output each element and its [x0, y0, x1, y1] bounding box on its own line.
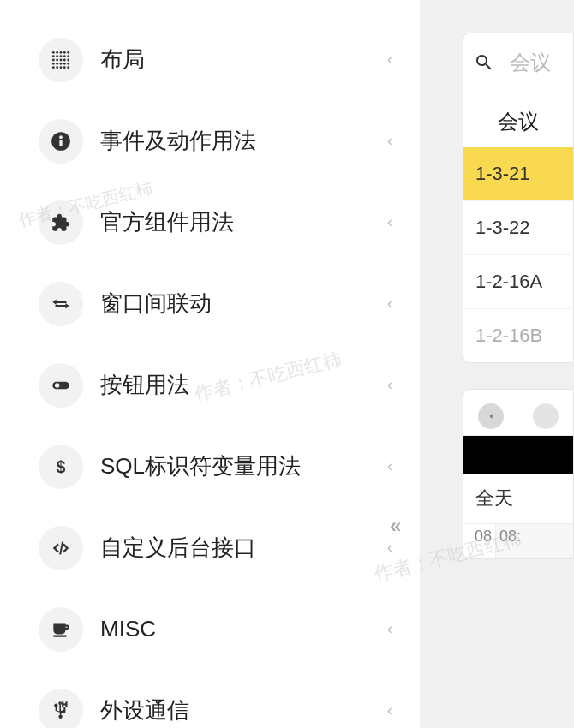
nav-item-events[interactable]: 事件及动作用法 ‹	[0, 100, 420, 182]
svg-point-19	[67, 62, 69, 64]
nav-label: 事件及动作用法	[100, 126, 387, 156]
nav-item-sql[interactable]: $ SQL标识符变量用法 ‹	[0, 426, 420, 507]
nav-item-layout[interactable]: 布局 ‹	[0, 19, 420, 100]
svg-point-21	[56, 66, 58, 69]
svg-point-9	[67, 55, 69, 57]
nav-arrows	[463, 390, 573, 436]
prev-button[interactable]	[478, 403, 504, 429]
svg-point-6	[56, 55, 58, 57]
svg-point-29	[55, 383, 59, 387]
rooms-header: 会议	[463, 92, 573, 147]
chevron-left-icon: ‹	[387, 213, 392, 231]
right-panel: 会议 会议 1-3-21 1-3-22 1-2-16A 1-2-16B 全天 0…	[463, 0, 574, 728]
rooms-card: 会议 会议 1-3-21 1-3-22 1-2-16A 1-2-16B	[463, 33, 574, 363]
svg-point-20	[52, 66, 55, 69]
time-row: 08 08:	[463, 524, 573, 558]
nav-label: 自定义后台接口	[100, 533, 387, 563]
puzzle-icon	[39, 200, 83, 245]
chevron-left-icon: ‹	[387, 376, 392, 394]
chevron-left-icon: ‹	[387, 701, 392, 719]
hour-label: 08:	[496, 524, 573, 558]
nav-label: SQL标识符变量用法	[100, 451, 387, 481]
nav-item-custom-api[interactable]: 自定义后台接口 ‹	[0, 507, 420, 588]
svg-rect-27	[59, 140, 62, 146]
room-item[interactable]: 1-2-16A	[463, 255, 573, 309]
svg-point-0	[52, 51, 55, 53]
chevron-left-icon: ‹	[387, 539, 392, 557]
chevron-left-icon: ‹	[387, 457, 392, 475]
code-icon	[39, 526, 83, 570]
svg-point-23	[63, 66, 66, 69]
svg-point-26	[59, 135, 63, 139]
svg-point-22	[60, 66, 63, 69]
svg-point-12	[60, 58, 63, 61]
svg-point-11	[56, 58, 58, 61]
svg-point-8	[63, 55, 66, 57]
room-item[interactable]: 1-3-22	[463, 201, 573, 255]
dollar-icon: $	[39, 445, 83, 489]
svg-point-14	[67, 58, 69, 61]
swap-icon	[39, 282, 83, 326]
svg-point-5	[52, 55, 55, 57]
timeline-card: 全天 08 08:	[463, 389, 574, 559]
chevron-left-icon: ‹	[387, 132, 392, 150]
chevron-left-icon: ‹	[387, 295, 392, 313]
nav-label: 官方组件用法	[100, 207, 387, 237]
chevron-left-icon: ‹	[387, 51, 392, 69]
header-bar	[463, 436, 573, 474]
coffee-icon	[39, 607, 83, 652]
nav-label: 外设通信	[100, 695, 387, 725]
room-item[interactable]: 1-2-16B	[463, 309, 573, 362]
chevron-left-icon: ‹	[387, 620, 392, 638]
svg-point-4	[67, 51, 69, 53]
allday-row[interactable]: 全天	[463, 474, 573, 524]
hour-label: 08	[463, 524, 496, 558]
svg-point-13	[63, 58, 66, 61]
info-icon	[39, 119, 83, 164]
sidebar: 布局 ‹ 事件及动作用法 ‹ 官方组件用法 ‹ 窗口间联动 ‹ 按钮用法 ‹ $	[0, 0, 420, 728]
nav-item-peripheral[interactable]: 外设通信 ‹	[0, 670, 420, 728]
svg-point-16	[56, 62, 58, 64]
usb-icon	[39, 689, 83, 729]
nav-label: 布局	[100, 45, 387, 75]
svg-point-24	[67, 66, 69, 69]
svg-point-18	[63, 62, 66, 64]
svg-point-7	[60, 55, 63, 57]
nav-item-button[interactable]: 按钮用法 ‹	[0, 344, 420, 426]
svg-point-17	[60, 62, 63, 64]
search-icon	[474, 52, 494, 73]
nav-label: 按钮用法	[100, 370, 387, 400]
nav-item-components[interactable]: 官方组件用法 ‹	[0, 182, 420, 263]
room-item[interactable]: 1-3-21	[463, 147, 573, 201]
svg-point-2	[60, 51, 63, 53]
grid-icon	[39, 38, 83, 82]
next-button[interactable]	[533, 403, 559, 429]
svg-point-10	[52, 58, 55, 61]
toggle-icon	[39, 363, 83, 408]
svg-point-3	[63, 51, 66, 53]
nav-label: MISC	[100, 616, 387, 642]
nav-item-window-link[interactable]: 窗口间联动 ‹	[0, 263, 420, 344]
search-placeholder: 会议	[510, 49, 551, 76]
collapse-button[interactable]: «	[390, 514, 401, 538]
svg-text:$: $	[57, 456, 66, 475]
nav-item-misc[interactable]: MISC ‹	[0, 588, 420, 670]
nav-label: 窗口间联动	[100, 289, 387, 319]
search-row[interactable]: 会议	[463, 33, 573, 92]
svg-point-1	[56, 51, 58, 53]
svg-point-15	[52, 62, 55, 64]
